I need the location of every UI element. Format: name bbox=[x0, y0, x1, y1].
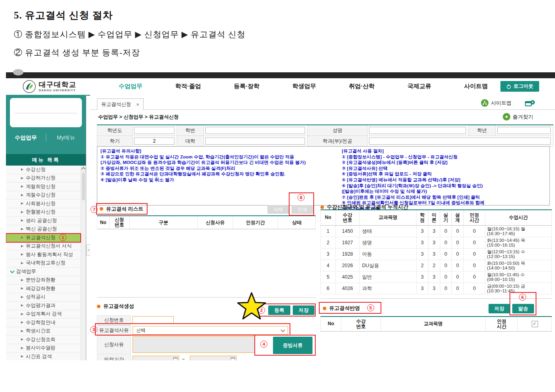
chevron-down-icon bbox=[280, 328, 285, 332]
scrollbar-thumb[interactable] bbox=[82, 173, 85, 200]
enrollment-cell: 2026 bbox=[335, 260, 360, 271]
sidebar-tab-mymenu[interactable]: My메뉴 bbox=[46, 134, 86, 141]
tab-close-icon[interactable]: × bbox=[136, 102, 139, 107]
enrollment-cell: 월(10:30~11:45) 수(09:00~10:15) bbox=[485, 271, 552, 283]
sidebar-scrollbar[interactable] bbox=[81, 166, 86, 360]
send-button[interactable]: 발송 bbox=[512, 304, 534, 313]
calendar-icon[interactable] bbox=[173, 357, 178, 360]
sidebar-item-계절희망신청[interactable]: ▶계절희망신청 bbox=[6, 183, 81, 191]
section-bullet bbox=[100, 207, 103, 211]
triangle-icon: ▶ bbox=[21, 330, 23, 333]
triangle-icon: ▶ bbox=[21, 202, 23, 205]
sitemap-icon bbox=[481, 99, 489, 107]
university-logo[interactable]: 대구대학교 DAEGU UNIVERSITY bbox=[23, 80, 76, 93]
power-icon bbox=[506, 84, 511, 89]
breadcrumb: 수업업무 > 신청업무 > 유고결석신청 bbox=[98, 114, 179, 121]
sidebar-item-수강신청조회[interactable]: ▶수강신청조회 bbox=[6, 335, 81, 344]
apply-save-button[interactable]: 저장 bbox=[489, 304, 510, 313]
sidebar-tab-class[interactable]: 수업업무 bbox=[6, 134, 46, 141]
triangle-icon: ▶ bbox=[21, 168, 23, 171]
sidebar-item-폐강강좌현황[interactable]: ▶폐강강좌현황 bbox=[6, 285, 81, 293]
enrollment-cell: 1450 bbox=[335, 226, 360, 237]
highlight-star bbox=[237, 292, 267, 320]
college-input[interactable] bbox=[205, 138, 305, 145]
delete-button[interactable]: 삭제 bbox=[267, 205, 289, 214]
enrollment-cell: 0 bbox=[452, 283, 464, 294]
application-no-input[interactable] bbox=[133, 316, 174, 324]
intro-step-2: ② 유고결석 생성 부분 등록-저장 bbox=[14, 47, 245, 58]
enrollment-cell: 3 bbox=[321, 249, 336, 260]
sidebar-item-사회봉사신청[interactable]: ▶사회봉사신청 bbox=[6, 200, 81, 208]
favorites-link[interactable]: ★ 즐겨찾기 bbox=[503, 113, 533, 121]
nav-student-affairs[interactable]: 학생업무 bbox=[292, 83, 316, 90]
tab-absence-application[interactable]: 유고결석신청 × bbox=[97, 98, 144, 110]
apply-table: No 수강 번호 교과목명 인정 시간 ✓ bbox=[320, 316, 552, 332]
sidebar-tabs: 수업업무 My메뉴 bbox=[6, 131, 86, 145]
enrollment-row: 31928아동33000월(12:00~13:15) 수(12:00~13:15… bbox=[321, 249, 552, 260]
calendar-icon[interactable] bbox=[231, 357, 235, 360]
triangle-icon: ▶ bbox=[21, 313, 23, 316]
triangle-icon: ▶ bbox=[21, 253, 23, 256]
sidebar-item-생리 공결신청[interactable]: ▶생리 공결신청 bbox=[6, 217, 81, 225]
nav-sitemap[interactable]: 사이트맵 bbox=[464, 83, 488, 90]
sidebar-item-봉사이수열람[interactable]: ▶봉사이수열람 bbox=[6, 344, 81, 353]
app-header: 대구대학교 DAEGU UNIVERSITY 수업업무 학적·졸업 등록·장학 … bbox=[6, 78, 555, 96]
period-end-input[interactable] bbox=[190, 356, 237, 360]
sidebar-item-학생시간표[interactable]: ▶학생시간표 bbox=[6, 327, 81, 336]
sidebar-item-백신 공결신청[interactable]: ▶백신 공결신청 bbox=[6, 225, 81, 234]
nav-records-graduation[interactable]: 학적·졸업 bbox=[175, 83, 201, 90]
scroll-up-icon[interactable] bbox=[81, 166, 86, 172]
enrollment-cell: 0 bbox=[440, 237, 452, 249]
logout-button[interactable]: 로그아웃 bbox=[500, 81, 539, 92]
absence-list-title-box: 유고결석 리스트 bbox=[96, 203, 148, 215]
enrollment-cell: 0 bbox=[452, 260, 464, 271]
major-label: 학과(부)/전공 bbox=[308, 136, 367, 147]
evidence-button[interactable]: 증빙서류 bbox=[273, 337, 313, 354]
create-save-button[interactable]: 저장 bbox=[293, 305, 314, 315]
sidebar-item-수업평가결과[interactable]: ▶수업평가결과 bbox=[6, 302, 81, 310]
sidebar-item-시간표 검색[interactable]: ▶시간표 검색 bbox=[6, 352, 81, 360]
period-start-input[interactable] bbox=[133, 356, 179, 360]
sidebar-item-유고결석신청서 서식[interactable]: ▶유고결석신청서 서식 bbox=[6, 242, 81, 251]
enrollment-cell: 1927 bbox=[335, 237, 360, 249]
enrollment-cell: 0 bbox=[452, 226, 464, 237]
absence-list-table: No 신청 번호 구분 신청사유 인정기간 상태 bbox=[97, 215, 316, 229]
print-button[interactable]: 인쇄 bbox=[292, 205, 313, 214]
sidebar-item-수강신청[interactable]: ▶수강신청 bbox=[6, 166, 81, 174]
sidebar-section-search[interactable]: 검색업무 bbox=[6, 268, 81, 276]
grade-label: 학년 bbox=[469, 125, 496, 136]
close-all-windows-icon[interactable] bbox=[525, 100, 535, 109]
grade-input[interactable] bbox=[497, 127, 551, 134]
year-input[interactable] bbox=[134, 127, 174, 134]
student-id-input[interactable] bbox=[205, 127, 305, 134]
enrollment-cell: 5 bbox=[321, 271, 336, 283]
cause-textarea[interactable] bbox=[133, 336, 255, 353]
nav-class-affairs[interactable]: 수업업무 bbox=[119, 83, 142, 90]
register-button[interactable]: 등록 bbox=[268, 305, 290, 315]
sidebar-item-유고결석신청[interactable]: ▶유고결석신청1 bbox=[6, 234, 81, 242]
name-input[interactable] bbox=[369, 127, 466, 134]
absence-reason-select[interactable]: 선택 bbox=[133, 326, 288, 335]
sidebar-item-헌혈봉사신청[interactable]: ▶헌혈봉사신청 bbox=[6, 208, 81, 217]
enrollment-cell: 0 bbox=[464, 249, 485, 260]
sidebar-item-수강허가신청[interactable]: ▶수강허가신청 bbox=[6, 174, 81, 183]
absence-reason-label: 유고결석사유 bbox=[97, 325, 131, 335]
enrollment-cell: 1928 bbox=[335, 249, 360, 260]
term-input[interactable] bbox=[134, 138, 174, 145]
enrollment-cell: 월(12:00~13:15) 수(12:00~13:15) bbox=[485, 249, 552, 260]
sidebar-item-분반강좌현황[interactable]: ▶분반강좌현황 bbox=[6, 276, 81, 285]
sidebar-item-계절수강신청[interactable]: ▶계절수강신청 bbox=[6, 191, 81, 200]
select-all-checkbox[interactable]: ✓ bbox=[532, 321, 538, 327]
sidebar-item-국내학점교류신청[interactable]: ▶국내학점교류신청 bbox=[6, 259, 81, 268]
major-input[interactable] bbox=[369, 138, 551, 145]
sidebar-item-수업계획서 검색[interactable]: ▶수업계획서 검색 bbox=[6, 310, 81, 319]
sidebar-item-성적공시[interactable]: ▶성적공시 bbox=[6, 293, 81, 302]
nav-international[interactable]: 국제교류 bbox=[407, 83, 431, 90]
sidebar: 수업업무 My메뉴 메뉴 목록 ▶수강신청▶수강허가신청▶계절희망신청▶계절수강… bbox=[6, 95, 86, 360]
enrollment-cell: 2 bbox=[428, 260, 440, 271]
sidebar-item-수강학점안내[interactable]: ▶수강학점안내 bbox=[6, 318, 81, 327]
nav-career[interactable]: 취업·산학 bbox=[349, 83, 375, 90]
sitemap-link[interactable]: 사이트맵 bbox=[481, 99, 511, 107]
nav-registration-scholarship[interactable]: 등록·장학 bbox=[234, 83, 260, 90]
sidebar-item-봉사 활동계획서 작성[interactable]: ▶봉사 활동계획서 작성 bbox=[6, 251, 81, 259]
